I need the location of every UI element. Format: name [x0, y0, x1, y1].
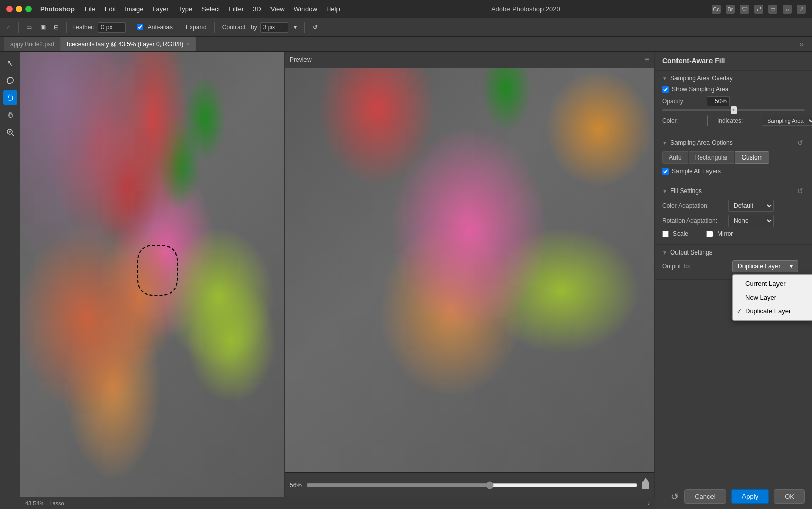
fill-settings-reset[interactable]: ↺	[796, 186, 805, 196]
menu-filter[interactable]: Filter	[229, 5, 244, 13]
reset-toolbar-btn[interactable]: ↺	[310, 23, 320, 32]
menu-edit[interactable]: Edit	[105, 5, 116, 13]
sampling-options-title: Sampling Area Options	[670, 139, 733, 146]
scroll-right-btn[interactable]: ›	[648, 500, 650, 506]
selection-rect-btn[interactable]: ▭	[24, 23, 35, 32]
sampling-overlay-header: ▼ Sampling Area Overlay	[662, 75, 805, 82]
auto-btn[interactable]: Auto	[662, 151, 688, 164]
dropdown-duplicate-layer[interactable]: Duplicate Layer	[733, 304, 812, 318]
sample-all-label: Sample All Layers	[672, 168, 721, 175]
menu-help[interactable]: Help	[326, 5, 340, 13]
tab-bar: appy Bride2.psd IceceamIsTasty @ 43.5% (…	[0, 37, 812, 52]
cancel-button[interactable]: Cancel	[684, 489, 726, 504]
fullscreen-button[interactable]	[25, 6, 32, 12]
menu-3d[interactable]: 3D	[253, 5, 261, 13]
tab-icecream[interactable]: IceceamIsTasty @ 43.5% (Layer 0, RGB/8) …	[61, 37, 196, 51]
sampling-overlay-collapse[interactable]: ▼	[662, 76, 667, 81]
preview-bottom: 56%	[285, 472, 654, 497]
output-title: Output Settings	[670, 249, 713, 256]
sample-all-checkbox[interactable]	[662, 168, 669, 175]
menu-type[interactable]: Type	[178, 5, 192, 13]
main-area: ↖ Preview	[0, 52, 812, 509]
rotation-adaptation-select[interactable]: None Low Medium High Full	[728, 215, 774, 227]
tab-close-btn[interactable]: ×	[186, 41, 189, 47]
contract-btn[interactable]: Contract	[220, 23, 248, 32]
opacity-slider-thumb[interactable]	[731, 106, 737, 114]
custom-btn[interactable]: Custom	[735, 151, 769, 164]
show-sampling-checkbox[interactable]	[662, 86, 669, 93]
preview-header: Preview ≡	[285, 52, 654, 68]
by-label: by	[251, 24, 257, 31]
color-adaptation-select[interactable]: Default None High Very High	[728, 200, 774, 212]
arrow-icon[interactable]: ⇄	[754, 5, 763, 14]
tab-overflow-btn[interactable]: »	[795, 40, 808, 49]
window-title: Adobe Photoshop 2020	[344, 5, 707, 13]
color-row: Color: Indicates: Sampling Area Fill Are…	[662, 115, 805, 126]
monitor-icon: ▭	[768, 5, 777, 14]
selection-sub-btn[interactable]: ⊟	[51, 23, 61, 32]
share-icon[interactable]: ↗	[797, 5, 806, 14]
tab-label-icecream: IceceamIsTasty @ 43.5% (Layer 0, RGB/8)	[67, 41, 184, 48]
menu-image[interactable]: Image	[125, 5, 143, 13]
canvas-status: 43.54% Lasso ›	[20, 497, 655, 509]
feather-label: Feather:	[72, 24, 95, 31]
zoom-slider[interactable]	[306, 481, 638, 489]
cc-icon[interactable]: Cc	[712, 5, 721, 14]
menu-select[interactable]: Select	[201, 5, 220, 13]
opacity-value[interactable]: 50%	[707, 96, 730, 106]
color-swatch[interactable]	[707, 115, 708, 126]
close-button[interactable]	[6, 6, 13, 12]
menu-file[interactable]: File	[85, 5, 95, 13]
color-adaptation-row: Color Adaptation: Default None High Very…	[662, 200, 805, 212]
mirror-checkbox[interactable]	[706, 231, 713, 237]
sampling-options-reset[interactable]: ↺	[796, 138, 805, 147]
tool-arrow[interactable]: ↖	[3, 56, 17, 70]
opacity-slider-track	[662, 109, 805, 111]
opacity-row: Opacity: 50%	[662, 96, 805, 106]
tool-zoom[interactable]	[3, 125, 17, 139]
global-reset-btn[interactable]: ↺	[670, 492, 679, 501]
expand-btn[interactable]: Expand	[183, 23, 209, 32]
feather-input[interactable]	[98, 22, 126, 33]
px-dropdown-btn[interactable]: ▾	[291, 23, 299, 32]
dropdown-current-layer[interactable]: Current Layer	[733, 277, 812, 291]
indicates-select[interactable]: Sampling Area Fill Area	[762, 116, 812, 126]
menu-window[interactable]: Window	[294, 5, 317, 13]
canvas-image[interactable]	[20, 52, 284, 497]
sampling-options-collapse[interactable]: ▼	[662, 140, 667, 146]
selection-add-btn[interactable]: ▣	[38, 23, 48, 32]
zoom-value: 56%	[290, 482, 302, 489]
color-adaptation-label: Color Adaptation:	[662, 202, 728, 209]
apply-button[interactable]: Apply	[731, 489, 769, 504]
scale-checkbox[interactable]	[662, 231, 669, 237]
mirror-label: Mirror	[717, 230, 733, 237]
fill-settings-section: ▼ Fill Settings ↺ Color Adaptation: Defa…	[655, 182, 812, 245]
tool-hand[interactable]	[3, 108, 17, 122]
menu-layer[interactable]: Layer	[152, 5, 169, 13]
svg-line-1	[12, 134, 14, 136]
canvas-content: Preview ≡ 56%	[20, 52, 655, 497]
preview-image-area[interactable]	[285, 68, 654, 472]
color-label: Color:	[662, 117, 703, 124]
dropdown-new-layer[interactable]: New Layer	[733, 291, 812, 304]
canvas-image-wrapper[interactable]	[20, 52, 284, 497]
minimize-button[interactable]	[16, 6, 22, 12]
output-to-label: Output To:	[662, 263, 728, 270]
preview-menu-icon[interactable]: ≡	[645, 55, 649, 65]
search-icon[interactable]: ⌕	[783, 5, 792, 14]
ok-button[interactable]: OK	[774, 489, 805, 504]
tab-bride[interactable]: appy Bride2.psd	[4, 37, 61, 51]
options-toolbar: ⌂ ▭ ▣ ⊟ Feather: Anti-alias Expand Contr…	[0, 18, 812, 37]
anti-alias-checkbox[interactable]	[137, 24, 143, 30]
home-icon[interactable]: ⌂	[4, 23, 13, 32]
by-input[interactable]	[260, 22, 288, 33]
menu-view[interactable]: View	[270, 5, 285, 13]
output-collapse[interactable]: ▼	[662, 250, 667, 256]
fill-settings-collapse[interactable]: ▼	[662, 188, 667, 194]
tool-lasso[interactable]	[3, 90, 17, 105]
tool-lasso-group[interactable]	[3, 73, 17, 87]
rectangular-btn[interactable]: Rectangular	[689, 151, 735, 164]
br-icon[interactable]: Br	[726, 5, 735, 14]
sampling-options-section: ▼ Sampling Area Options ↺ Auto Rectangul…	[655, 134, 812, 182]
output-dropdown-btn[interactable]: Duplicate Layer▾	[732, 260, 798, 272]
